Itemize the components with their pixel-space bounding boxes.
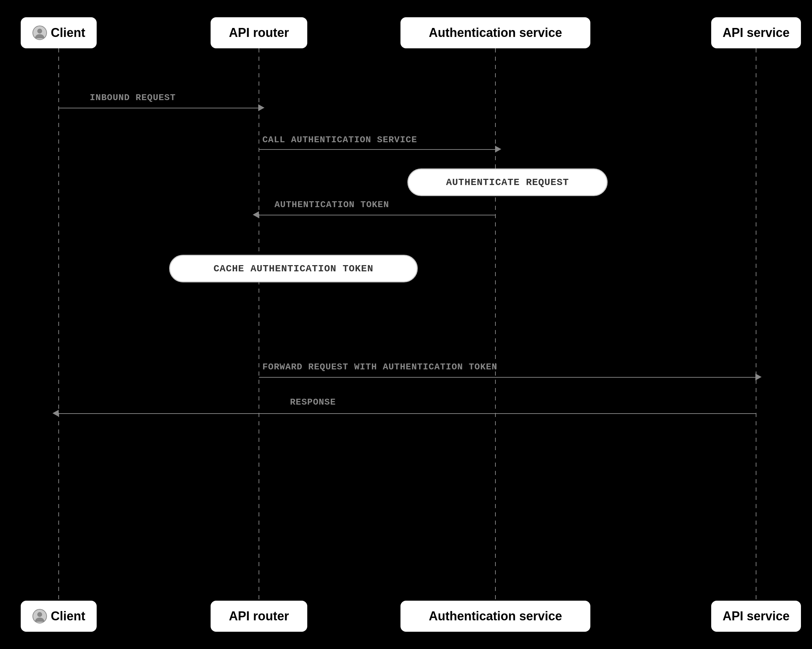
svg-point-1	[37, 29, 42, 34]
actor-api-service-bottom: API service	[711, 601, 801, 632]
actor-client-bottom: Client	[21, 601, 97, 632]
svg-point-3	[37, 612, 42, 617]
actor-api-service-top-label: API service	[723, 26, 789, 40]
response-line	[59, 413, 756, 414]
authentication-token-arrowhead	[253, 211, 259, 218]
call-auth-service-line	[259, 149, 495, 150]
cache-auth-token-box: CACHE AUTHENTICATION TOKEN	[169, 255, 418, 283]
actor-api-router-bottom: API router	[211, 601, 307, 632]
inbound-request-line	[59, 108, 258, 108]
actor-client-bottom-label: Client	[51, 609, 85, 623]
actor-api-service-top: API service	[711, 17, 801, 48]
inbound-request-arrowhead	[258, 104, 264, 111]
authenticate-request-box: AUTHENTICATE REQUEST	[408, 168, 607, 196]
lifeline-auth-service	[495, 48, 496, 601]
forward-request-line	[259, 377, 756, 378]
actor-api-service-bottom-label: API service	[723, 609, 789, 623]
actor-auth-service-bottom: Authentication service	[400, 601, 591, 632]
authenticate-request-label: AUTHENTICATE REQUEST	[446, 177, 569, 188]
actor-api-router-top-label: API router	[229, 26, 289, 40]
forward-request-arrowhead	[756, 374, 762, 380]
actor-auth-service-bottom-label: Authentication service	[429, 609, 562, 623]
inbound-request-label: INBOUND REQUEST	[90, 93, 176, 103]
cache-auth-token-label: CACHE AUTHENTICATION TOKEN	[214, 263, 374, 274]
actor-auth-service-top-label: Authentication service	[429, 26, 562, 40]
actor-client-top: Client	[21, 17, 97, 48]
client-icon	[32, 25, 47, 40]
forward-request-label: FORWARD REQUEST WITH AUTHENTICATION TOKE…	[263, 362, 498, 372]
authentication-token-label: AUTHENTICATION TOKEN	[275, 200, 389, 210]
response-label: RESPONSE	[290, 397, 336, 407]
lifeline-api-router	[259, 48, 259, 601]
sequence-diagram: Client API router Authentication service…	[0, 0, 812, 649]
actor-client-top-label: Client	[51, 26, 85, 40]
actor-api-router-bottom-label: API router	[229, 609, 289, 623]
lifeline-client	[58, 48, 59, 601]
client-bottom-icon	[32, 609, 47, 624]
lifeline-api-service	[756, 48, 756, 601]
call-auth-service-label: CALL AUTHENTICATION SERVICE	[263, 134, 417, 145]
actor-api-router-top: API router	[211, 17, 307, 48]
response-arrowhead	[52, 410, 59, 417]
call-auth-service-arrowhead	[495, 146, 501, 153]
actor-auth-service-top: Authentication service	[400, 17, 591, 48]
authentication-token-line	[259, 215, 495, 215]
